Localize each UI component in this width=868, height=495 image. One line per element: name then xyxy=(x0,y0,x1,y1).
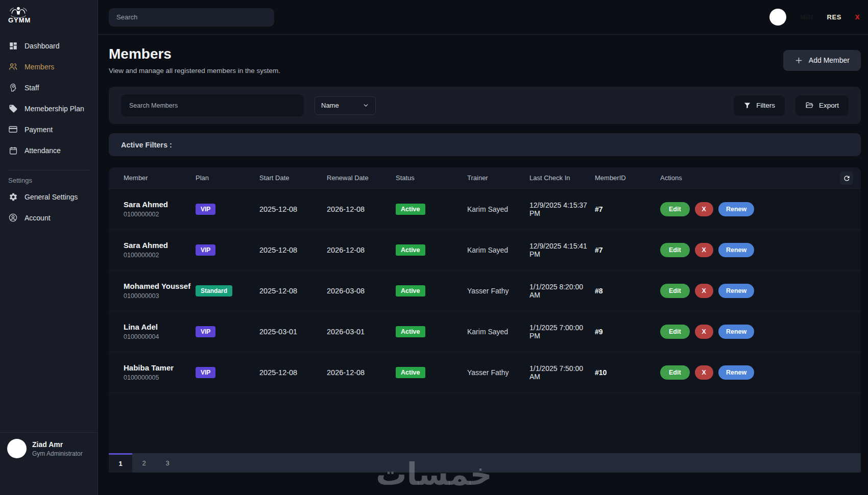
trainer-cell: Karim Sayed xyxy=(467,205,529,213)
plan-badge: VIP xyxy=(196,326,215,337)
member-phone: 0100000003 xyxy=(124,292,196,300)
plan-badge: VIP xyxy=(196,244,215,256)
trainer-cell: Yasser Fathy xyxy=(467,287,529,295)
sidebar-item-label: Dashboard xyxy=(25,42,60,50)
renewal-date-cell: 2026-12-08 xyxy=(327,246,396,254)
table-row: Lina Adel 0100000004 VIP 2025-03-01 2026… xyxy=(109,311,861,352)
filters-button[interactable]: Filters xyxy=(734,95,785,116)
edit-button[interactable]: Edit xyxy=(660,243,690,257)
renew-button[interactable]: Renew xyxy=(718,365,754,380)
status-badge: Active xyxy=(396,326,425,337)
start-date-cell: 2025-12-08 xyxy=(259,246,327,254)
renew-button[interactable]: Renew xyxy=(718,202,754,216)
member-phone: 0100000004 xyxy=(124,333,196,340)
delete-button[interactable]: X xyxy=(695,284,713,298)
sidebar-item-dashboard[interactable]: Dashboard xyxy=(0,35,98,56)
renewal-date-cell: 2026-12-08 xyxy=(327,205,396,213)
plan-badge: VIP xyxy=(196,204,215,215)
add-member-button[interactable]: Add Member xyxy=(783,50,861,71)
column-header-renewal-date: Renewal Date xyxy=(327,174,396,182)
credit-card-icon xyxy=(8,125,18,134)
last-check-in-cell: 12/9/2025 4:15:37 PM xyxy=(529,201,595,217)
table-row: Sara Ahmed 0100000002 VIP 2025-12-08 202… xyxy=(109,189,861,230)
chevron-down-icon xyxy=(363,102,369,109)
app-window: GYMM Dashboard Members xyxy=(0,0,868,495)
sidebar-item-label: Attendance xyxy=(25,146,61,155)
sidebar-item-members[interactable]: Members xyxy=(0,56,98,77)
start-date-cell: 2025-12-08 xyxy=(259,368,327,377)
member-cell: Sara Ahmed 0100000002 xyxy=(124,200,196,218)
delete-button[interactable]: X xyxy=(695,243,713,257)
member-name: Lina Adel xyxy=(124,323,196,331)
topbar: MIN RES X xyxy=(98,0,868,35)
sort-by-select[interactable]: Name xyxy=(315,96,376,115)
funnel-icon xyxy=(743,102,751,109)
column-header-start-date: Start Date xyxy=(259,174,327,182)
sidebar-item-membership-plan[interactable]: Memebership Plan xyxy=(0,98,98,119)
account-circle-icon xyxy=(8,213,18,222)
sidebar-item-staff[interactable]: Staff xyxy=(0,77,98,98)
status-badge: Active xyxy=(396,285,425,296)
renewal-date-cell: 2026-03-08 xyxy=(327,287,396,295)
table-row: Habiba Tamer 0100000005 VIP 2025-12-08 2… xyxy=(109,352,861,393)
sidebar-nav: Dashboard Members Staff xyxy=(0,28,98,161)
global-search-input[interactable] xyxy=(109,8,274,27)
sidebar-item-payment[interactable]: Payment xyxy=(0,119,98,140)
member-id-cell: #7 xyxy=(595,205,660,213)
settings-section-label: Settings xyxy=(0,170,98,186)
renew-button[interactable]: Renew xyxy=(718,243,754,257)
pagination-page-2[interactable]: 2 xyxy=(132,453,156,473)
active-filters-label: Active Filters : xyxy=(121,141,172,149)
edit-button[interactable]: Edit xyxy=(660,202,690,216)
plan-badge: VIP xyxy=(196,367,215,378)
member-name: Mohamed Youssef xyxy=(124,282,196,290)
dashboard-grid-icon xyxy=(8,41,18,51)
calendar-icon xyxy=(8,145,18,155)
column-header-last-check-in: Last Check In xyxy=(529,174,595,182)
last-check-in-cell: 1/1/2025 7:00:00 PM xyxy=(529,324,595,340)
member-phone: 0100000002 xyxy=(124,252,196,259)
sidebar-item-attendance[interactable]: Attendance xyxy=(0,140,98,161)
renew-button[interactable]: Renew xyxy=(718,284,754,298)
user-name: Ziad Amr xyxy=(32,440,83,449)
window-close-button[interactable]: X xyxy=(855,13,860,21)
sidebar-user-profile[interactable]: Ziad Amr Gym Administrator xyxy=(0,432,98,465)
edit-button[interactable]: Edit xyxy=(660,365,690,380)
last-check-in-cell: 12/9/2025 4:15:41 PM xyxy=(529,242,595,258)
member-cell: Habiba Tamer 0100000005 xyxy=(124,363,196,381)
window-minimize-button[interactable]: MIN xyxy=(800,13,813,21)
delete-button[interactable]: X xyxy=(695,325,713,339)
edit-button[interactable]: Edit xyxy=(660,325,690,339)
delete-button[interactable]: X xyxy=(695,365,713,380)
trainer-cell: Karim Sayed xyxy=(467,328,529,336)
topbar-avatar[interactable] xyxy=(769,9,786,26)
export-button[interactable]: Export xyxy=(795,95,849,116)
refresh-button[interactable] xyxy=(840,171,853,185)
delete-button[interactable]: X xyxy=(695,202,713,216)
start-date-cell: 2025-03-01 xyxy=(259,328,327,336)
column-header-member: Member xyxy=(124,174,196,182)
sidebar-item-label: Account xyxy=(25,214,51,222)
add-member-label: Add Member xyxy=(809,56,850,64)
start-date-cell: 2025-12-08 xyxy=(259,205,327,213)
window-restore-button[interactable]: RES xyxy=(827,13,841,21)
gear-icon xyxy=(8,192,18,202)
last-check-in-cell: 1/1/2025 8:20:00 AM xyxy=(529,283,595,299)
table-header-row: Member Plan Start Date Renewal Date Stat… xyxy=(109,167,861,189)
sidebar-item-label: General Settings xyxy=(25,193,78,201)
pagination-page-1[interactable]: 1 xyxy=(109,453,132,473)
column-header-member-id: MemberID xyxy=(595,174,660,182)
sidebar-item-general-settings[interactable]: General Settings xyxy=(0,186,98,207)
renew-button[interactable]: Renew xyxy=(718,325,754,339)
export-button-label: Export xyxy=(819,102,839,109)
member-cell: Sara Ahmed 0100000002 xyxy=(124,241,196,259)
sidebar-item-account[interactable]: Account xyxy=(0,207,98,228)
column-header-trainer: Trainer xyxy=(467,174,529,182)
user-role: Gym Administrator xyxy=(32,450,83,457)
member-phone: 0100000002 xyxy=(124,211,196,218)
sort-by-value: Name xyxy=(321,102,339,109)
actions-cell: Edit X Renew xyxy=(660,284,851,298)
members-search-input[interactable] xyxy=(121,94,304,116)
pagination-page-3[interactable]: 3 xyxy=(156,453,179,473)
edit-button[interactable]: Edit xyxy=(660,284,690,298)
